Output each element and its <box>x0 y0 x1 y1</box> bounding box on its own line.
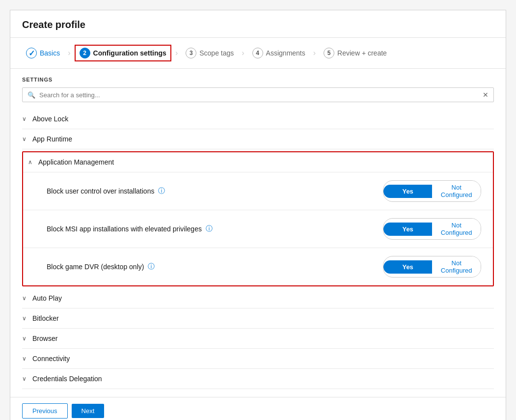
setting-block-msi: Block MSI app installations with elevate… <box>23 210 493 248</box>
info-icon-block-user-control[interactable]: ⓘ <box>158 187 165 196</box>
setting-block-game-dvr-label: Block game DVR (desktop only) ⓘ <box>47 262 302 271</box>
toggle-yes-block-user-control[interactable]: Yes <box>383 185 432 198</box>
chevron-connectivity-icon: ∨ <box>22 355 27 362</box>
toggle-block-game-dvr: Yes Not Configured <box>383 256 481 278</box>
step-review[interactable]: 5 Review + create <box>320 46 391 60</box>
category-app-runtime-label: App Runtime <box>32 135 72 143</box>
main-content: SETTINGS 🔍 ✕ ∨ Above Lock ∨ App Runtime … <box>10 69 506 397</box>
step-basics-number: ✓ <box>26 48 37 58</box>
previous-button[interactable]: Previous <box>22 403 68 419</box>
search-bar: 🔍 ✕ <box>22 87 494 102</box>
category-above-lock-label: Above Lock <box>32 115 68 123</box>
step-basics[interactable]: ✓ Basics <box>22 46 64 60</box>
setting-block-user-control: Block user control over installations ⓘ … <box>23 172 493 210</box>
next-button[interactable]: Next <box>72 404 105 418</box>
step-separator-4: › <box>313 49 316 57</box>
category-credentials-delegation[interactable]: ∨ Credentials Delegation <box>22 369 494 389</box>
setting-block-user-control-label: Block user control over installations ⓘ <box>47 187 302 196</box>
step-separator-2: › <box>175 49 178 57</box>
step-assignments[interactable]: 4 Assignments <box>248 46 309 60</box>
toggle-block-msi: Yes Not Configured <box>383 218 481 240</box>
application-management-section: ∧ Application Management Block user cont… <box>22 151 494 286</box>
step-basics-label: Basics <box>40 49 60 57</box>
setting-block-game-dvr: Block game DVR (desktop only) ⓘ Yes Not … <box>23 248 493 285</box>
category-bitlocker[interactable]: ∨ Bitlocker <box>22 308 494 329</box>
category-app-management[interactable]: ∧ Application Management <box>23 152 493 172</box>
category-credentials-label: Credentials Delegation <box>32 375 102 383</box>
create-profile-panel: Create profile ✓ Basics › 2 Configuratio… <box>10 10 506 420</box>
info-icon-block-game-dvr[interactable]: ⓘ <box>148 262 155 271</box>
step-configuration-label: Configuration settings <box>93 49 166 57</box>
step-scope[interactable]: 3 Scope tags <box>182 46 238 60</box>
toggle-yes-block-msi[interactable]: Yes <box>383 223 432 236</box>
toggle-not-configured-block-game-dvr[interactable]: Not Configured <box>432 256 481 277</box>
chevron-credentials-icon: ∨ <box>22 375 27 382</box>
search-icon: 🔍 <box>27 91 35 99</box>
step-scope-label: Scope tags <box>199 49 234 57</box>
chevron-auto-play-icon: ∨ <box>22 295 27 302</box>
toggle-block-user-control: Yes Not Configured <box>383 180 481 202</box>
step-separator-3: › <box>242 49 244 57</box>
wizard-steps: ✓ Basics › 2 Configuration settings › 3 … <box>10 38 506 69</box>
category-app-management-label: Application Management <box>38 158 114 166</box>
step-assignments-number: 4 <box>252 48 263 58</box>
toggle-yes-block-game-dvr[interactable]: Yes <box>383 260 432 274</box>
step-review-label: Review + create <box>337 49 387 57</box>
category-browser[interactable]: ∨ Browser <box>22 329 494 349</box>
category-bitlocker-label: Bitlocker <box>32 314 59 322</box>
clear-icon[interactable]: ✕ <box>483 91 489 99</box>
toggle-not-configured-block-user-control[interactable]: Not Configured <box>432 181 481 201</box>
category-app-runtime[interactable]: ∨ App Runtime <box>22 129 494 149</box>
category-auto-play-label: Auto Play <box>32 294 62 302</box>
info-icon-block-msi[interactable]: ⓘ <box>206 224 213 233</box>
settings-section-label: SETTINGS <box>22 77 494 83</box>
footer: Previous Next <box>10 397 506 420</box>
step-scope-number: 3 <box>186 48 196 58</box>
chevron-app-management-icon: ∧ <box>28 159 32 166</box>
toggle-not-configured-block-msi[interactable]: Not Configured <box>432 219 481 239</box>
category-browser-label: Browser <box>32 335 57 342</box>
search-input[interactable] <box>39 91 479 99</box>
category-connectivity[interactable]: ∨ Connectivity <box>22 349 494 369</box>
step-configuration-number: 2 <box>80 48 90 58</box>
page-title: Create profile <box>10 10 506 38</box>
chevron-bitlocker-icon: ∨ <box>22 315 27 322</box>
step-review-number: 5 <box>324 48 334 58</box>
category-above-lock[interactable]: ∨ Above Lock <box>22 109 494 129</box>
step-assignments-label: Assignments <box>266 49 305 57</box>
step-configuration[interactable]: 2 Configuration settings <box>75 45 171 61</box>
chevron-app-runtime-icon: ∨ <box>22 136 27 142</box>
chevron-above-lock-icon: ∨ <box>22 115 27 122</box>
step-separator-1: › <box>68 49 70 57</box>
chevron-browser-icon: ∨ <box>22 335 27 342</box>
setting-block-msi-label: Block MSI app installations with elevate… <box>47 224 302 233</box>
category-connectivity-label: Connectivity <box>32 355 70 363</box>
category-auto-play[interactable]: ∨ Auto Play <box>22 288 494 308</box>
